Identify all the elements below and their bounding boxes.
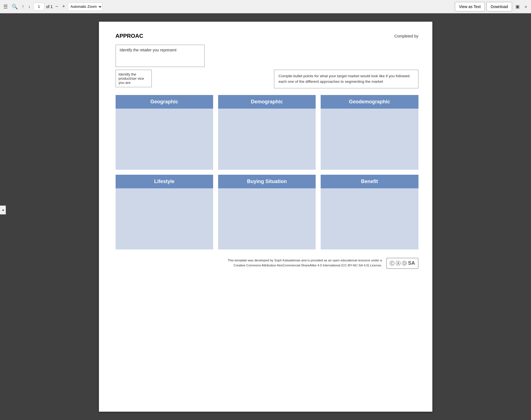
search-button[interactable]: 🔍: [11, 2, 19, 11]
form-row: Identify the product/ser vice you are Co…: [116, 70, 418, 88]
segment-header-geographic: Geographic: [116, 95, 213, 109]
segment-body-demographic: [218, 109, 316, 170]
segment-cell-geographic: Geographic: [116, 95, 213, 170]
zoom-in-button[interactable]: +: [61, 2, 66, 11]
zoom-in-icon: +: [62, 4, 65, 9]
sidebar-toggle[interactable]: ◄: [0, 206, 6, 214]
page-header: APPROAC Completed by: [116, 33, 418, 39]
product-label: Identify the product/ser vice you are: [119, 72, 144, 85]
segment-cell-demographic: Demographic: [218, 95, 316, 170]
segment-header-benefit: Benefit: [321, 175, 418, 188]
segment-body-lifestyle: [116, 188, 213, 249]
product-box: Identify the product/ser vice you are: [116, 70, 152, 87]
retailer-box: Identify the retailer you represent: [116, 45, 205, 67]
download-button[interactable]: Download: [487, 2, 512, 11]
segment-header-lifestyle: Lifestyle: [116, 175, 213, 188]
page-total-label: of 1: [46, 4, 53, 9]
segmentation-grid: Geographic Demographic Geodemographic: [116, 95, 418, 249]
segment-header-demographic: Demographic: [218, 95, 316, 109]
page-number-input[interactable]: [33, 3, 44, 11]
cc-license-badge: Ⓒ Ⓐ Ⓓ SA: [386, 258, 418, 269]
next-page-button[interactable]: ↓: [27, 2, 32, 11]
segment-cell-lifestyle: Lifestyle: [116, 175, 213, 249]
view-as-text-button[interactable]: View as Text: [455, 2, 485, 11]
view-as-text-label: View as Text: [459, 4, 481, 9]
download-label: Download: [491, 4, 508, 9]
segment-body-geodemographic: [321, 109, 418, 170]
zoom-out-button[interactable]: −: [54, 2, 59, 11]
completed-by-label: Completed by: [394, 34, 418, 38]
sidebar-icon: ☰: [3, 4, 8, 10]
next-page-icon: ↓: [28, 4, 31, 9]
present-icon: ▣: [515, 4, 520, 9]
segment-body-buying-situation: [218, 188, 316, 249]
segment-cell-benefit: Benefit: [321, 175, 418, 249]
search-icon: 🔍: [12, 4, 18, 10]
segment-cell-buying-situation: Buying Situation: [218, 175, 316, 249]
segment-body-geographic: [116, 109, 213, 170]
segment-header-buying-situation: Buying Situation: [218, 175, 316, 188]
sidebar-arrow-icon: ◄: [1, 208, 4, 212]
retailer-label: Identify the retailer you represent: [120, 48, 177, 52]
segment-cell-geodemographic: Geodemographic: [321, 95, 418, 170]
footer-text: This template was developed by Soph Kats…: [221, 258, 382, 268]
main-scroll-area: APPROAC Completed by Identify the retail…: [0, 13, 531, 420]
cc-sa-icon: SA: [408, 260, 415, 266]
expand-button[interactable]: »: [523, 3, 529, 10]
cc-by-icon: Ⓐ: [396, 260, 401, 267]
pdf-page: APPROAC Completed by Identify the retail…: [99, 22, 432, 412]
compile-box: Compile bullet points for what your targ…: [274, 70, 418, 88]
page-title: APPROAC: [116, 33, 143, 39]
prev-page-icon: ↑: [22, 4, 24, 9]
sidebar-button[interactable]: ☰: [2, 2, 9, 11]
zoom-select[interactable]: Automatic Zoom 50% 75% 100% 125% 150% 20…: [68, 2, 103, 11]
present-button[interactable]: ▣: [514, 3, 521, 10]
expand-icon: »: [525, 4, 527, 9]
compile-label: Compile bullet points for what your targ…: [279, 74, 410, 84]
zoom-out-icon: −: [55, 4, 58, 9]
segment-body-benefit: [321, 188, 418, 249]
prev-page-button[interactable]: ↑: [21, 2, 25, 11]
toolbar: ☰ 🔍 ↑ ↓ of 1 − + Automatic Zoom 50% 75% …: [0, 0, 531, 13]
cc-nc-icon: Ⓓ: [402, 260, 407, 267]
segment-header-geodemographic: Geodemographic: [321, 95, 418, 109]
page-footer: This template was developed by Soph Kats…: [116, 258, 418, 269]
cc-icon: Ⓒ: [390, 260, 395, 267]
